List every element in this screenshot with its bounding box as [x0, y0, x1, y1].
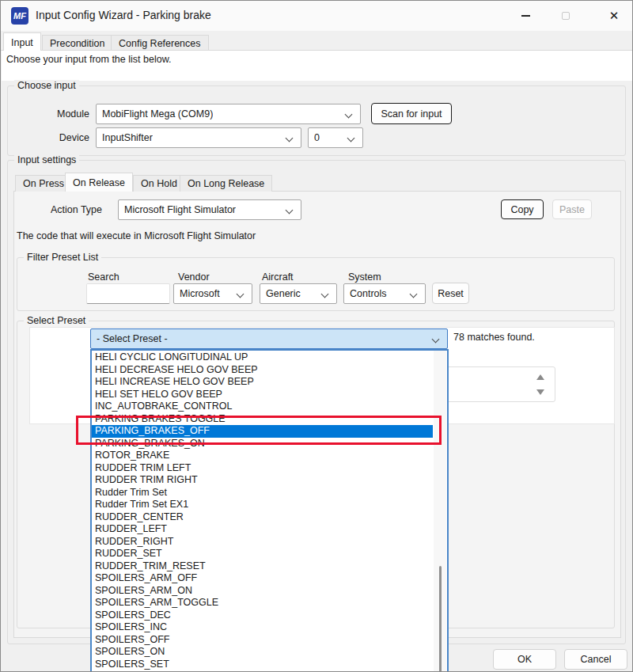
tab-on-hold[interactable]: On Hold [133, 175, 185, 192]
chevron-down-icon [237, 290, 244, 298]
list-item[interactable]: SPOILERS_DEC [92, 609, 433, 622]
window-title: Input Config Wizard - Parking brake [36, 9, 211, 21]
tab-on-press[interactable]: On Press [15, 175, 72, 192]
spinner-down-icon [536, 389, 544, 395]
aircraft-value: Generic [266, 288, 301, 299]
app-logo-icon: MF [11, 7, 28, 25]
close-button[interactable]: ✕ [602, 6, 626, 25]
search-input[interactable] [86, 283, 170, 304]
chevron-down-icon [286, 207, 294, 215]
select-preset-combobox[interactable]: - Select Preset - [90, 328, 448, 349]
vendor-combobox[interactable]: Microsoft [173, 283, 252, 304]
device-value: InputShifter [102, 132, 153, 143]
instruction-text: Choose your input from the list below. [6, 54, 171, 65]
chevron-down-icon [345, 111, 353, 119]
select-preset-legend: Select Preset [24, 315, 89, 326]
tab-config-references[interactable]: Config References [111, 35, 209, 51]
list-item[interactable]: HELI DECREASE HELO GOV BEEP [92, 364, 433, 377]
input-settings-legend: Input settings [14, 154, 79, 165]
list-item[interactable]: SPOILERS_OFF [92, 634, 433, 647]
main-tab-strip: Input Precondition Config References [1, 32, 632, 51]
list-item[interactable]: HELI SET HELO GOV BEEP [92, 389, 433, 401]
action-type-combobox[interactable]: Microsoft Flight Simulator [118, 199, 301, 220]
paste-button[interactable]: Paste [552, 199, 592, 219]
select-preset-value: - Select Preset - [97, 333, 168, 344]
list-item[interactable]: RUDDER_LEFT [92, 523, 433, 536]
tab-precondition[interactable]: Precondition [42, 35, 113, 51]
spinner-up-button[interactable] [529, 370, 552, 384]
maximize-button[interactable] [554, 6, 578, 25]
scrollbar-thumb[interactable] [439, 566, 442, 672]
close-icon: ✕ [609, 9, 620, 23]
chevron-down-icon [432, 336, 440, 344]
scan-for-input-button[interactable]: Scan for input [371, 103, 452, 124]
maximize-icon [562, 12, 570, 20]
ok-button[interactable]: OK [493, 649, 556, 670]
cancel-button[interactable]: Cancel [564, 649, 627, 670]
tab-on-release[interactable]: On Release [65, 173, 133, 192]
list-item[interactable]: SPOILERS_ARM_OFF [92, 572, 433, 585]
list-item[interactable]: SPOILERS_INC [92, 621, 433, 634]
list-item[interactable]: HELI INCREASE HELO GOV BEEP [92, 376, 433, 389]
tab-on-long-release[interactable]: On Long Release [180, 175, 272, 192]
matches-found-text: 78 matches found. [453, 332, 535, 343]
action-type-value: Microsoft Flight Simulator [124, 204, 236, 215]
choose-input-legend: Choose input [14, 80, 79, 91]
aircraft-combobox[interactable]: Generic [260, 283, 337, 304]
module-value: MobiFlight Mega (COM9) [102, 108, 213, 120]
minimize-button[interactable] [514, 6, 537, 25]
chevron-down-icon [286, 135, 294, 142]
list-item[interactable]: RUDDER_TRIM_RESET [92, 560, 433, 573]
list-item[interactable]: INC_AUTOBRAKE_CONTROL [92, 401, 433, 413]
system-label: System [348, 271, 381, 283]
device-channel-value: 0 [314, 132, 320, 143]
device-label: Device [50, 132, 89, 143]
filter-preset-legend: Filter Preset List [24, 252, 101, 263]
minimize-icon [521, 15, 530, 16]
aircraft-label: Aircraft [262, 271, 294, 283]
search-label: Search [88, 271, 119, 283]
list-item[interactable]: HELI CYCLIC LONGITUDINAL UP [92, 351, 433, 364]
list-item[interactable]: RUDDER_RIGHT [92, 536, 433, 549]
system-combobox[interactable]: Controls [343, 283, 426, 304]
spinner-up-icon [536, 374, 544, 380]
module-combobox[interactable]: MobiFlight Mega (COM9) [96, 104, 361, 124]
list-item[interactable]: SPOILERS_ON [92, 646, 433, 659]
preset-dropdown-list[interactable]: HELI CYCLIC LONGITUDINAL UPHELI DECREASE… [90, 349, 449, 672]
list-item[interactable]: RUDDER_CENTER [92, 511, 433, 524]
input-config-wizard-window: MF Input Config Wizard - Parking brake ✕… [0, 0, 633, 672]
spinner-down-button[interactable] [529, 385, 552, 399]
system-value: Controls [350, 288, 387, 299]
device-combobox[interactable]: InputShifter [96, 127, 301, 148]
module-label: Module [50, 108, 89, 120]
list-item[interactable]: SPOILERS_SET [92, 659, 433, 671]
vendor-value: Microsoft [180, 288, 220, 299]
list-item[interactable]: SPOILERS_ARM_ON [92, 585, 433, 598]
list-item[interactable]: RUDDER TRIM RIGHT [92, 474, 433, 487]
chevron-down-icon [347, 135, 355, 142]
chevron-down-icon [410, 290, 418, 298]
list-item[interactable]: RUDDER TRIM LEFT [92, 462, 433, 475]
annotation-highlight-box [76, 416, 442, 445]
reset-button[interactable]: Reset [432, 283, 469, 304]
scrollbar-track[interactable] [434, 351, 446, 671]
action-description: The code that will execute in Microsoft … [17, 230, 256, 241]
list-item[interactable]: ROTOR_BRAKE [92, 450, 433, 462]
preset-items: HELI CYCLIC LONGITUDINAL UPHELI DECREASE… [92, 351, 433, 672]
chevron-down-icon [321, 290, 329, 298]
list-item[interactable]: RUDDER_SET [92, 548, 433, 560]
copy-button[interactable]: Copy [501, 199, 544, 219]
vendor-label: Vendor [178, 271, 210, 283]
list-item[interactable]: Rudder Trim Set [92, 487, 433, 499]
tab-input[interactable]: Input [3, 32, 41, 51]
title-bar: MF Input Config Wizard - Parking brake ✕ [1, 1, 632, 31]
device-channel-combobox[interactable]: 0 [308, 127, 363, 148]
list-item[interactable]: SPOILERS_ARM_TOGGLE [92, 597, 433, 609]
action-type-label: Action Type [39, 204, 102, 215]
list-item[interactable]: Rudder Trim Set EX1 [92, 499, 433, 511]
